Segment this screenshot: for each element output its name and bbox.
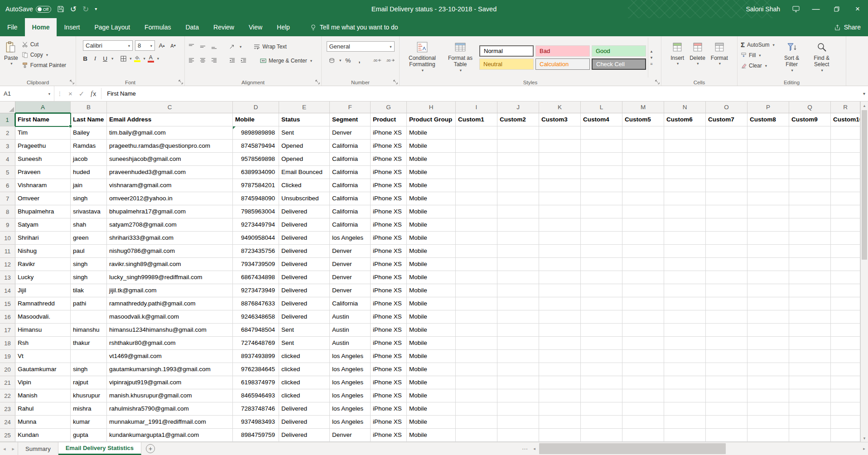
cell-O2[interactable] (706, 126, 747, 140)
cell-J10[interactable] (497, 232, 539, 245)
cell-O12[interactable] (706, 258, 747, 271)
cell-C5[interactable]: praveenhuded3@gmail.com (107, 166, 233, 179)
cell-I12[interactable] (456, 258, 497, 271)
ribbon-tab-formulas[interactable]: Formulas (137, 18, 178, 36)
cell-R5[interactable] (831, 166, 860, 179)
row-header-17[interactable]: 17 (0, 324, 15, 337)
cell-P6[interactable] (747, 179, 789, 192)
cell-M10[interactable] (622, 232, 664, 245)
row-header-3[interactable]: 3 (0, 140, 15, 153)
cell-J23[interactable] (497, 402, 539, 416)
cell-M22[interactable] (622, 389, 664, 402)
cell-L24[interactable] (581, 416, 622, 429)
cell-I9[interactable] (456, 218, 497, 232)
row-header-13[interactable]: 13 (0, 271, 15, 284)
cell-N19[interactable] (664, 350, 706, 363)
cell-D21[interactable]: 6198374979 (233, 376, 279, 389)
cell-O4[interactable] (706, 153, 747, 166)
formula-bar-expand-icon[interactable]: ▾ (860, 86, 868, 101)
cell-J4[interactable] (497, 153, 539, 166)
cell-F23[interactable]: los Angeles (330, 402, 371, 416)
cell-F24[interactable]: los Angeles (330, 416, 371, 429)
cell-K7[interactable] (539, 192, 581, 205)
cell-D14[interactable]: 9273473949 (233, 284, 279, 297)
cell-H24[interactable]: Mobile (407, 416, 456, 429)
cell-L16[interactable] (581, 310, 622, 324)
redo-button[interactable]: ↻ (82, 5, 89, 13)
cell-L9[interactable] (581, 218, 622, 232)
cell-G7[interactable]: iPhone XS (371, 192, 407, 205)
cut-button[interactable]: Cut (20, 39, 68, 49)
cell-F22[interactable]: los Angeles (330, 389, 371, 402)
cell-R15[interactable] (831, 297, 860, 310)
cell-K2[interactable] (539, 126, 581, 140)
cell-Q16[interactable] (789, 310, 831, 324)
cell-A21[interactable]: Vipin (15, 376, 71, 389)
wrap-text-button[interactable]: Wrap Text (252, 41, 288, 52)
cell-F18[interactable]: Austin (330, 337, 371, 350)
merge-center-button[interactable]: Merge & Center▾ (259, 55, 313, 66)
cell-O8[interactable] (706, 205, 747, 218)
cell-N16[interactable] (664, 310, 706, 324)
cell-G12[interactable]: iPhone XS (371, 258, 407, 271)
cell-E8[interactable]: Delivered (279, 205, 330, 218)
style-normal[interactable]: Normal (479, 45, 534, 57)
cell-D2[interactable]: 9898989898 (233, 126, 279, 140)
cell-R20[interactable] (831, 363, 860, 376)
scroll-down-icon[interactable]: ▾ (861, 434, 868, 442)
vertical-scrollbar[interactable]: ▴ ▾ (860, 102, 868, 442)
cell-M11[interactable] (622, 245, 664, 258)
row-header-10[interactable]: 10 (0, 232, 15, 245)
column-header-J[interactable]: J (497, 102, 539, 113)
cell-O3[interactable] (706, 140, 747, 153)
cell-O7[interactable] (706, 192, 747, 205)
cell-K5[interactable] (539, 166, 581, 179)
cell-D6[interactable]: 9787584201 (233, 179, 279, 192)
autosave-toggle[interactable]: AutoSave Off (5, 5, 51, 13)
cell-G25[interactable]: iPhone XS (371, 429, 407, 442)
cell-N4[interactable] (664, 153, 706, 166)
share-button[interactable]: Share (827, 18, 868, 36)
cell-D20[interactable]: 9762384645 (233, 363, 279, 376)
save-button[interactable] (57, 5, 64, 13)
increase-decimal-icon[interactable]: .00 (372, 55, 383, 65)
cell-H20[interactable]: Mobile (407, 363, 456, 376)
cell-Q1[interactable]: Custom9 (789, 113, 831, 126)
cell-I6[interactable] (456, 179, 497, 192)
column-header-Q[interactable]: Q (789, 102, 831, 113)
cell-A17[interactable]: Himansu (15, 324, 71, 337)
cell-D16[interactable]: 9246348658 (233, 310, 279, 324)
cell-K21[interactable] (539, 376, 581, 389)
increase-indent-icon[interactable] (239, 56, 248, 66)
cell-N14[interactable] (664, 284, 706, 297)
cell-C19[interactable]: vt1469@gmail.com (107, 350, 233, 363)
column-header-K[interactable]: K (539, 102, 581, 113)
clear-button[interactable]: Clear▾ (739, 60, 776, 71)
cell-F3[interactable]: California (330, 140, 371, 153)
cell-J22[interactable] (497, 389, 539, 402)
row-header-1[interactable]: 1 (0, 113, 15, 126)
vertical-scroll-thumb[interactable] (862, 110, 867, 260)
cell-I2[interactable] (456, 126, 497, 140)
align-right-icon[interactable] (209, 56, 218, 66)
borders-button[interactable] (119, 53, 128, 63)
cell-E24[interactable]: Delivered (279, 416, 330, 429)
column-header-D[interactable]: D (233, 102, 279, 113)
cell-H25[interactable]: Mobile (407, 429, 456, 442)
cell-N15[interactable] (664, 297, 706, 310)
cell-K1[interactable]: Custom3 (539, 113, 581, 126)
cell-C21[interactable]: vipinrajput919@gmail.com (107, 376, 233, 389)
cell-L10[interactable] (581, 232, 622, 245)
cell-E6[interactable]: Clicked (279, 179, 330, 192)
cell-N1[interactable]: Custom6 (664, 113, 706, 126)
cell-M18[interactable] (622, 337, 664, 350)
cell-Q6[interactable] (789, 179, 831, 192)
cell-H9[interactable]: Mobile (407, 218, 456, 232)
cell-L20[interactable] (581, 363, 622, 376)
cell-J3[interactable] (497, 140, 539, 153)
clipboard-dialog-launcher[interactable] (70, 80, 74, 84)
cell-P4[interactable] (747, 153, 789, 166)
cell-G9[interactable]: iPhone XS (371, 218, 407, 232)
column-header-M[interactable]: M (622, 102, 664, 113)
cell-H1[interactable]: Product Group (407, 113, 456, 126)
